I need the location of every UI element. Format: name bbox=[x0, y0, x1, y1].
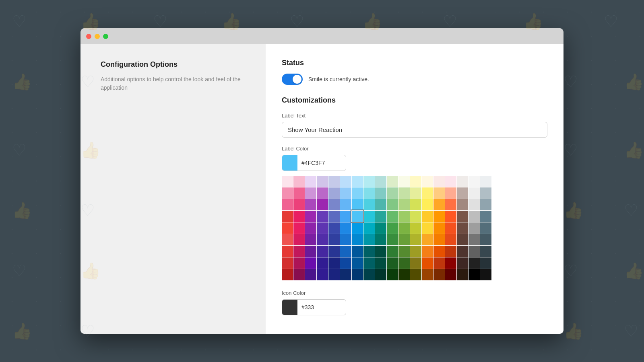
color-cell[interactable] bbox=[480, 234, 491, 245]
color-cell[interactable] bbox=[293, 269, 305, 280]
color-cell[interactable] bbox=[375, 234, 386, 245]
color-cell[interactable] bbox=[317, 199, 328, 210]
color-cell[interactable] bbox=[282, 176, 293, 187]
color-cell[interactable] bbox=[317, 176, 328, 187]
color-cell[interactable] bbox=[293, 211, 305, 222]
label-color-swatch[interactable] bbox=[282, 155, 297, 171]
color-cell[interactable] bbox=[317, 257, 328, 269]
color-cell[interactable] bbox=[305, 222, 316, 234]
color-cell[interactable] bbox=[433, 211, 445, 222]
color-cell[interactable] bbox=[469, 234, 480, 245]
color-cell[interactable] bbox=[363, 176, 375, 187]
color-cell[interactable] bbox=[469, 246, 480, 257]
color-cell[interactable] bbox=[305, 187, 316, 199]
color-cell[interactable] bbox=[410, 269, 421, 280]
color-cell[interactable] bbox=[410, 187, 421, 199]
color-cell[interactable] bbox=[375, 222, 386, 234]
color-cell[interactable] bbox=[363, 199, 375, 210]
color-cell[interactable] bbox=[457, 269, 468, 280]
color-cell[interactable] bbox=[433, 246, 445, 257]
icon-color-hex-input[interactable] bbox=[297, 300, 342, 315]
color-cell[interactable] bbox=[328, 176, 340, 187]
color-cell[interactable] bbox=[445, 234, 456, 245]
color-cell[interactable] bbox=[293, 187, 305, 199]
color-cell[interactable] bbox=[480, 187, 491, 199]
color-cell[interactable] bbox=[363, 257, 375, 269]
color-cell[interactable] bbox=[340, 257, 351, 269]
color-cell[interactable] bbox=[398, 269, 410, 280]
label-text-input[interactable] bbox=[282, 122, 547, 138]
color-cell[interactable] bbox=[340, 187, 351, 199]
color-cell[interactable] bbox=[422, 234, 433, 245]
color-cell[interactable] bbox=[317, 211, 328, 222]
color-cell[interactable] bbox=[387, 257, 398, 269]
color-cell[interactable] bbox=[457, 211, 468, 222]
color-cell[interactable] bbox=[422, 222, 433, 234]
color-cell[interactable] bbox=[282, 222, 293, 234]
color-cell[interactable] bbox=[398, 187, 410, 199]
color-cell[interactable] bbox=[305, 211, 316, 222]
color-cell[interactable] bbox=[469, 257, 480, 269]
color-cell[interactable] bbox=[352, 176, 363, 187]
color-cell[interactable] bbox=[328, 246, 340, 257]
color-cell[interactable] bbox=[480, 199, 491, 210]
icon-color-swatch[interactable] bbox=[282, 300, 297, 315]
color-cell[interactable] bbox=[305, 176, 316, 187]
color-cell[interactable] bbox=[375, 246, 386, 257]
color-cell[interactable] bbox=[433, 269, 445, 280]
color-cell[interactable] bbox=[340, 222, 351, 234]
color-cell[interactable] bbox=[363, 246, 375, 257]
color-cell[interactable] bbox=[422, 246, 433, 257]
color-cell[interactable] bbox=[410, 246, 421, 257]
color-cell[interactable] bbox=[445, 187, 456, 199]
color-cell[interactable] bbox=[328, 269, 340, 280]
color-cell[interactable] bbox=[433, 199, 445, 210]
color-cell[interactable] bbox=[422, 199, 433, 210]
color-cell[interactable] bbox=[293, 246, 305, 257]
color-cell[interactable] bbox=[328, 234, 340, 245]
color-cell[interactable] bbox=[363, 269, 375, 280]
minimize-button[interactable] bbox=[95, 34, 100, 39]
color-cell[interactable] bbox=[363, 234, 375, 245]
color-cell[interactable] bbox=[387, 199, 398, 210]
color-cell[interactable] bbox=[422, 257, 433, 269]
color-cell[interactable] bbox=[480, 246, 491, 257]
color-cell[interactable] bbox=[375, 269, 386, 280]
color-cell[interactable] bbox=[317, 246, 328, 257]
color-cell[interactable] bbox=[363, 187, 375, 199]
color-cell[interactable] bbox=[410, 234, 421, 245]
color-cell[interactable] bbox=[340, 176, 351, 187]
color-cell[interactable] bbox=[340, 269, 351, 280]
color-cell[interactable] bbox=[457, 199, 468, 210]
color-cell[interactable] bbox=[328, 211, 340, 222]
color-cell[interactable] bbox=[445, 257, 456, 269]
color-cell[interactable] bbox=[433, 234, 445, 245]
color-cell[interactable] bbox=[305, 199, 316, 210]
color-cell[interactable] bbox=[352, 199, 363, 210]
color-cell[interactable] bbox=[293, 176, 305, 187]
color-cell[interactable] bbox=[469, 176, 480, 187]
color-cell[interactable] bbox=[375, 176, 386, 187]
color-cell[interactable] bbox=[363, 222, 375, 234]
color-cell[interactable] bbox=[433, 176, 445, 187]
color-cell[interactable] bbox=[340, 246, 351, 257]
color-cell[interactable] bbox=[387, 234, 398, 245]
color-cell[interactable] bbox=[352, 211, 363, 222]
color-cell[interactable] bbox=[317, 269, 328, 280]
color-cell[interactable] bbox=[410, 257, 421, 269]
color-cell[interactable] bbox=[422, 269, 433, 280]
color-cell[interactable] bbox=[445, 199, 456, 210]
color-cell[interactable] bbox=[317, 187, 328, 199]
color-cell[interactable] bbox=[293, 234, 305, 245]
color-cell[interactable] bbox=[352, 222, 363, 234]
color-cell[interactable] bbox=[480, 211, 491, 222]
color-cell[interactable] bbox=[282, 234, 293, 245]
color-cell[interactable] bbox=[398, 234, 410, 245]
color-cell[interactable] bbox=[469, 187, 480, 199]
color-cell[interactable] bbox=[328, 257, 340, 269]
color-cell[interactable] bbox=[457, 234, 468, 245]
color-cell[interactable] bbox=[340, 234, 351, 245]
color-cell[interactable] bbox=[387, 176, 398, 187]
color-cell[interactable] bbox=[282, 246, 293, 257]
status-toggle[interactable] bbox=[282, 74, 303, 85]
